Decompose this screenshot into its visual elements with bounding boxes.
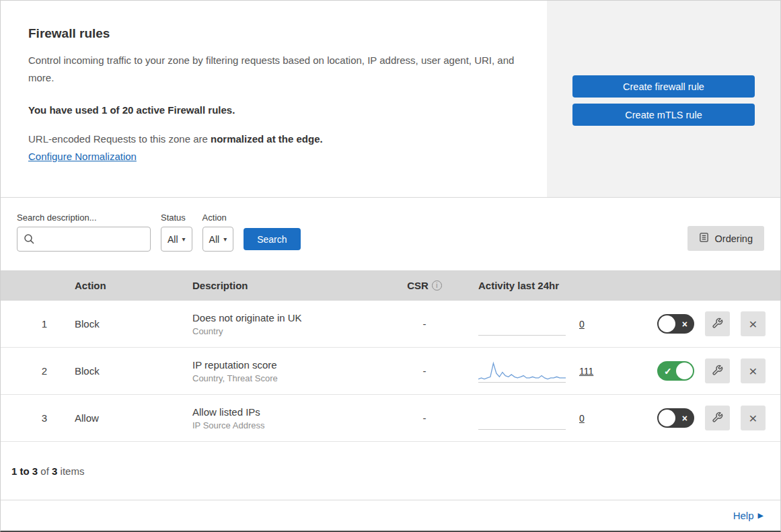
items-text: items: [57, 465, 84, 477]
rule-number: 2: [1, 365, 61, 377]
close-icon: ×: [749, 317, 757, 331]
pagination-summary: 1 to 3 of 3 items: [1, 442, 780, 500]
status-filter-group: Status All ▾: [161, 213, 192, 252]
of-text: of: [38, 465, 52, 477]
delete-rule-button[interactable]: ×: [741, 311, 766, 336]
info-icon[interactable]: i: [432, 280, 442, 291]
activity-count-link[interactable]: 0: [579, 413, 585, 424]
rule-description-cell: Allow listed IPs IP Source Address: [176, 406, 391, 430]
intro-panel: Firewall rules Control incoming traffic …: [1, 1, 547, 197]
rule-description: IP reputation score: [192, 359, 391, 371]
help-bar: Help ▶: [1, 500, 780, 531]
activity-sparkline: [478, 407, 566, 430]
rule-csr-value: -: [391, 365, 458, 377]
arrow-right-icon: ▶: [758, 511, 764, 520]
action-filter-group: Action All ▾: [202, 213, 234, 252]
delete-rule-button[interactable]: ×: [741, 406, 766, 430]
rule-activity-cell: 0: [458, 313, 626, 336]
toggle-knob: [676, 363, 693, 379]
rule-number: 1: [1, 318, 61, 330]
close-icon: ×: [749, 411, 757, 425]
rule-csr-value: -: [391, 318, 458, 330]
table-row: 3 Allow Allow listed IPs IP Source Addre…: [1, 395, 780, 442]
page-description: Control incoming traffic to your zone by…: [28, 52, 519, 86]
header-description: Description: [176, 280, 391, 291]
normalization-text: URL-encoded Requests to this zone are: [28, 133, 211, 145]
intro-section: Firewall rules Control incoming traffic …: [1, 1, 780, 198]
search-button[interactable]: Search: [244, 228, 300, 250]
toggle-state-icon: ×: [682, 319, 687, 330]
edit-rule-button[interactable]: [705, 406, 730, 430]
search-icon: [24, 233, 35, 245]
rule-enabled-toggle[interactable]: ✓: [657, 361, 694, 381]
action-filter-label: Action: [202, 213, 234, 223]
rule-controls: ✓ ×: [626, 358, 780, 383]
help-link[interactable]: Help ▶: [733, 510, 764, 521]
rule-csr-value: -: [391, 412, 458, 424]
delete-rule-button[interactable]: ×: [741, 358, 766, 383]
toggle-knob: [659, 315, 675, 332]
normalization-note: URL-encoded Requests to this zone are no…: [28, 133, 520, 145]
wrench-icon: [712, 317, 723, 331]
action-filter-dropdown[interactable]: All ▾: [202, 227, 234, 252]
ordering-label: Ordering: [715, 233, 753, 244]
chevron-down-icon: ▾: [182, 235, 186, 243]
activity-count-link[interactable]: 111: [579, 366, 593, 377]
status-filter-label: Status: [161, 213, 192, 223]
create-firewall-rule-button[interactable]: Create firewall rule: [572, 75, 755, 98]
rule-controls: × ×: [626, 406, 780, 430]
rule-criteria: Country, Threat Score: [192, 373, 391, 383]
rule-action: Allow: [61, 412, 176, 424]
activity-sparkline: [478, 360, 566, 383]
header-csr-label: CSR: [407, 280, 429, 291]
chevron-down-icon: ▾: [223, 235, 227, 243]
table-header: Action Description CSR i Activity last 2…: [1, 270, 780, 301]
rule-description-cell: Does not originate in UK Country: [176, 312, 391, 336]
create-mtls-rule-button[interactable]: Create mTLS rule: [572, 104, 755, 126]
rule-description-cell: IP reputation score Country, Threat Scor…: [176, 359, 391, 383]
search-input[interactable]: [17, 227, 151, 252]
toggle-knob: [659, 410, 675, 426]
rule-enabled-toggle[interactable]: ×: [657, 408, 694, 428]
rule-action: Block: [61, 365, 176, 377]
wrench-icon: [712, 365, 723, 378]
header-action: Action: [61, 280, 176, 291]
table-row: 1 Block Does not originate in UK Country…: [1, 301, 780, 348]
wrench-icon: [712, 412, 723, 425]
page-title: Firewall rules: [28, 26, 520, 41]
firewall-rules-page: Firewall rules Control incoming traffic …: [0, 0, 781, 532]
edit-rule-button[interactable]: [705, 358, 730, 383]
rule-activity-cell: 0: [458, 407, 626, 430]
help-label: Help: [733, 510, 754, 521]
rule-criteria: Country: [192, 326, 391, 336]
action-filter-value: All: [209, 234, 220, 245]
normalization-bold: normalized at the edge.: [211, 133, 323, 145]
rule-description: Allow listed IPs: [192, 406, 391, 418]
status-filter-dropdown[interactable]: All ▾: [161, 227, 192, 252]
header-csr: CSR i: [391, 280, 458, 291]
ordering-icon: [699, 232, 709, 245]
search-group: Search description...: [17, 213, 151, 252]
search-box: [17, 227, 151, 252]
status-filter-value: All: [168, 234, 178, 245]
rule-number: 3: [1, 412, 61, 424]
header-activity: Activity last 24hr: [458, 280, 626, 291]
activity-count-link[interactable]: 0: [579, 319, 585, 330]
edit-rule-button[interactable]: [705, 311, 730, 336]
items-range: 1 to 3: [11, 465, 38, 477]
filter-bar: Search description... Status All ▾ Actio…: [1, 198, 780, 270]
rule-criteria: IP Source Address: [192, 420, 391, 430]
rule-controls: × ×: [626, 311, 780, 336]
rule-description: Does not originate in UK: [192, 312, 391, 324]
rule-enabled-toggle[interactable]: ×: [657, 314, 694, 334]
usage-summary: You have used 1 of 20 active Firewall ru…: [28, 104, 520, 116]
table-row: 2 Block IP reputation score Country, Thr…: [1, 348, 780, 395]
configure-normalization-link[interactable]: Configure Normalization: [28, 151, 137, 162]
rule-action: Block: [61, 318, 176, 330]
search-label: Search description...: [17, 213, 151, 223]
ordering-button[interactable]: Ordering: [687, 226, 764, 251]
activity-sparkline: [478, 313, 566, 336]
close-icon: ×: [749, 364, 757, 378]
actions-panel: Create firewall rule Create mTLS rule: [547, 1, 780, 197]
toggle-state-icon: ×: [682, 413, 687, 424]
